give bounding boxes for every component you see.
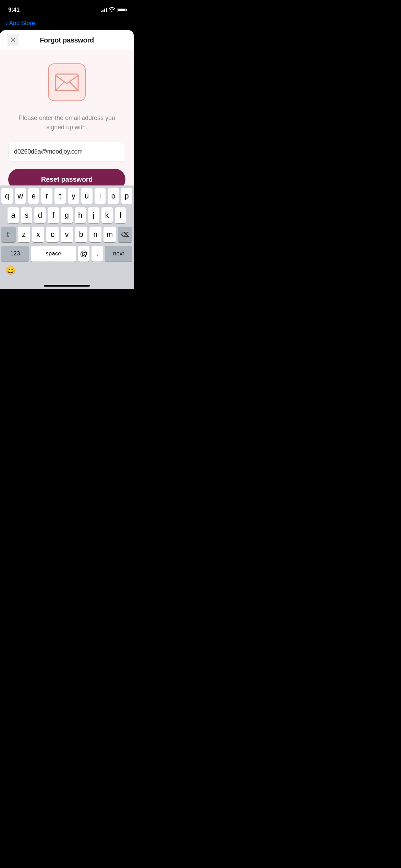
numbers-key[interactable]: 123 <box>1 246 29 262</box>
key-o[interactable]: o <box>108 188 119 204</box>
status-bar: 9:41 <box>0 0 134 17</box>
space-key[interactable]: space <box>31 246 76 262</box>
shift-key[interactable]: ⇧ <box>1 227 16 242</box>
email-input[interactable] <box>8 142 125 162</box>
keyboard-row-2: a s d f g h j k l <box>1 207 132 223</box>
status-time: 9:41 <box>8 7 20 13</box>
wifi-icon <box>109 7 115 13</box>
back-label: App Store <box>9 20 35 27</box>
nav-bar: ‹ App Store <box>0 17 134 30</box>
key-e[interactable]: e <box>28 188 39 204</box>
key-y[interactable]: y <box>68 188 79 204</box>
modal-header: ✕ Forgot password <box>0 30 134 50</box>
svg-rect-0 <box>56 74 78 91</box>
keyboard-row-1: q w e r t y u i o p <box>1 188 132 204</box>
description-text: Please enter the email address you signe… <box>15 113 118 132</box>
key-r[interactable]: r <box>41 188 52 204</box>
key-h[interactable]: h <box>75 207 86 223</box>
signal-bars-icon <box>101 8 107 12</box>
key-m[interactable]: m <box>104 227 116 242</box>
key-l[interactable]: l <box>115 207 126 223</box>
at-key[interactable]: @ <box>78 246 89 262</box>
modal-title: Forgot password <box>40 36 94 44</box>
key-f[interactable]: f <box>48 207 59 223</box>
battery-icon <box>117 8 125 12</box>
close-button[interactable]: ✕ <box>7 34 19 46</box>
keyboard-row-4: 123 space @ . next <box>1 246 132 262</box>
key-b[interactable]: b <box>75 227 87 242</box>
key-g[interactable]: g <box>61 207 72 223</box>
key-s[interactable]: s <box>21 207 32 223</box>
key-w[interactable]: w <box>15 188 26 204</box>
key-p[interactable]: p <box>121 188 132 204</box>
period-key[interactable]: . <box>92 246 103 262</box>
key-q[interactable]: q <box>1 188 13 204</box>
key-d[interactable]: d <box>34 207 46 223</box>
key-k[interactable]: k <box>101 207 113 223</box>
key-u[interactable]: u <box>81 188 93 204</box>
key-n[interactable]: n <box>89 227 102 242</box>
envelope-icon <box>55 73 79 91</box>
key-j[interactable]: j <box>88 207 99 223</box>
status-icons <box>101 7 125 13</box>
back-button[interactable]: ‹ App Store <box>5 20 35 27</box>
back-chevron-icon: ‹ <box>5 20 8 26</box>
key-v[interactable]: v <box>61 227 73 242</box>
key-z[interactable]: z <box>18 227 30 242</box>
key-a[interactable]: a <box>8 207 19 223</box>
key-x[interactable]: x <box>32 227 45 242</box>
key-i[interactable]: i <box>95 188 106 204</box>
key-t[interactable]: t <box>54 188 66 204</box>
home-indicator <box>44 285 90 287</box>
content-area: ✕ Forgot password Please enter the email… <box>0 30 134 289</box>
next-key[interactable]: next <box>105 246 132 262</box>
key-c[interactable]: c <box>46 227 59 242</box>
keyboard: q w e r t y u i o p a s d f g <box>0 185 134 289</box>
emoji-button[interactable]: 😀 <box>5 266 16 275</box>
keyboard-row-3: ⇧ z x c v b n m ⌫ <box>1 227 132 242</box>
email-icon <box>48 63 86 101</box>
delete-key[interactable]: ⌫ <box>118 227 132 242</box>
emoji-row: 😀 <box>0 263 134 285</box>
